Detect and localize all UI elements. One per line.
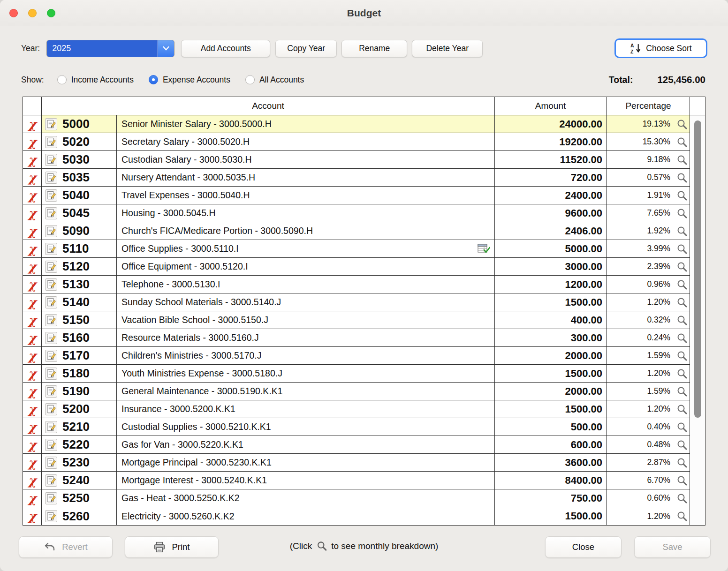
- amount-cell[interactable]: 600.00: [495, 436, 607, 453]
- edit-icon[interactable]: [45, 368, 57, 380]
- account-name-cell[interactable]: Mortgage Interest - 3000.5240.K.K1: [117, 472, 495, 489]
- account-name-cell[interactable]: Insurance - 3000.5200.K.K1: [117, 400, 495, 418]
- account-name-cell[interactable]: Resource Materials - 3000.5160.J: [117, 329, 495, 346]
- account-name-cell[interactable]: Nursery Attendant - 3000.5035.H: [117, 169, 495, 186]
- edit-icon[interactable]: [45, 136, 57, 148]
- delete-cell[interactable]: χ: [23, 311, 42, 329]
- amount-cell[interactable]: 3000.00: [495, 258, 607, 275]
- delete-x-icon[interactable]: χ: [28, 510, 36, 522]
- amount-cell[interactable]: 24000.00: [495, 115, 607, 133]
- magnifier-icon[interactable]: [676, 332, 688, 344]
- delete-x-icon[interactable]: χ: [28, 243, 36, 255]
- account-name-cell[interactable]: Electricity - 3000.5260.K.K2: [117, 507, 495, 525]
- radio-expense-accounts[interactable]: Expense Accounts: [149, 75, 230, 85]
- account-name-cell[interactable]: Secretary Salary - 3000.5020.H: [117, 133, 495, 150]
- scrollbar-thumb[interactable]: [694, 120, 701, 418]
- delete-cell[interactable]: χ: [23, 187, 42, 204]
- delete-x-icon[interactable]: χ: [28, 278, 36, 291]
- account-name-cell[interactable]: Custodial Supplies - 3000.5210.K.K1: [117, 418, 495, 436]
- year-select[interactable]: 2025: [46, 40, 174, 57]
- delete-cell[interactable]: χ: [23, 258, 42, 275]
- edit-icon[interactable]: [45, 439, 57, 451]
- magnifier-icon[interactable]: [676, 493, 688, 504]
- edit-icon[interactable]: [45, 492, 57, 504]
- magnifier-icon[interactable]: [676, 315, 688, 326]
- account-name-cell[interactable]: Telephone - 3000.5130.I: [117, 276, 495, 293]
- delete-cell[interactable]: χ: [23, 489, 42, 507]
- amount-cell[interactable]: 1500.00: [495, 293, 607, 311]
- chevron-down-icon[interactable]: [158, 40, 174, 57]
- delete-x-icon[interactable]: χ: [28, 261, 36, 273]
- choose-sort-button[interactable]: A Z Choose Sort: [614, 38, 707, 58]
- edit-icon[interactable]: [45, 261, 57, 273]
- delete-cell[interactable]: χ: [23, 276, 42, 293]
- delete-x-icon[interactable]: χ: [28, 421, 36, 433]
- revert-button[interactable]: Revert: [19, 536, 113, 558]
- delete-cell[interactable]: χ: [23, 204, 42, 222]
- account-name-cell[interactable]: Mortgage Principal - 3000.5230.K.K1: [117, 454, 495, 471]
- amount-cell[interactable]: 2406.00: [495, 222, 607, 240]
- magnifier-icon[interactable]: [676, 297, 688, 308]
- account-name-cell[interactable]: Gas for Van - 3000.5220.K.K1: [117, 436, 495, 453]
- delete-x-icon[interactable]: χ: [28, 439, 36, 451]
- account-name-cell[interactable]: Housing - 3000.5045.H: [117, 204, 495, 222]
- magnifier-icon[interactable]: [676, 208, 688, 219]
- account-name-cell[interactable]: Custodian Salary - 3000.5030.H: [117, 151, 495, 168]
- copy-year-button[interactable]: Copy Year: [275, 40, 337, 57]
- delete-x-icon[interactable]: χ: [28, 492, 36, 504]
- magnifier-icon[interactable]: [676, 511, 688, 522]
- delete-x-icon[interactable]: χ: [28, 457, 36, 469]
- print-button[interactable]: Print: [125, 536, 219, 558]
- magnifier-icon[interactable]: [676, 190, 688, 201]
- rename-button[interactable]: Rename: [341, 40, 407, 57]
- delete-cell[interactable]: χ: [23, 472, 42, 489]
- edit-icon[interactable]: [45, 296, 57, 308]
- delete-cell[interactable]: χ: [23, 507, 42, 525]
- amount-cell[interactable]: 9600.00: [495, 204, 607, 222]
- edit-icon[interactable]: [45, 332, 57, 344]
- amount-cell[interactable]: 1500.00: [495, 365, 607, 382]
- delete-cell[interactable]: χ: [23, 240, 42, 257]
- account-name-cell[interactable]: Senior Minister Salary - 3000.5000.H: [117, 115, 495, 133]
- edit-icon[interactable]: [45, 172, 57, 184]
- delete-cell[interactable]: χ: [23, 133, 42, 150]
- account-name-cell[interactable]: Office Equipment - 3000.5120.I: [117, 258, 495, 275]
- delete-x-icon[interactable]: χ: [28, 207, 36, 219]
- delete-cell[interactable]: χ: [23, 115, 42, 133]
- scrollbar[interactable]: [690, 97, 705, 525]
- edit-icon[interactable]: [45, 243, 57, 255]
- account-name-cell[interactable]: Gas - Heat - 3000.5250.K.K2: [117, 489, 495, 507]
- edit-icon[interactable]: [45, 278, 57, 291]
- account-name-cell[interactable]: Travel Expenses - 3000.5040.H: [117, 187, 495, 204]
- amount-cell[interactable]: 8400.00: [495, 472, 607, 489]
- amount-cell[interactable]: 5000.00: [495, 240, 607, 257]
- minimize-window-button[interactable]: [28, 9, 37, 17]
- amount-cell[interactable]: 500.00: [495, 418, 607, 436]
- amount-cell[interactable]: 19200.00: [495, 133, 607, 150]
- account-name-cell[interactable]: Church's FICA/Medicare Portion - 3000.50…: [117, 222, 495, 240]
- add-accounts-button[interactable]: Add Accounts: [181, 40, 270, 57]
- edit-icon[interactable]: [45, 457, 57, 469]
- account-name-cell[interactable]: Children's Ministries - 3000.5170.J: [117, 347, 495, 364]
- account-name-cell[interactable]: Office Supplies - 3000.5110.I: [117, 240, 495, 257]
- magnifier-icon[interactable]: [676, 243, 688, 255]
- amount-cell[interactable]: 1500.00: [495, 400, 607, 418]
- delete-cell[interactable]: χ: [23, 365, 42, 382]
- delete-cell[interactable]: χ: [23, 436, 42, 453]
- delete-cell[interactable]: χ: [23, 400, 42, 418]
- edit-icon[interactable]: [45, 118, 57, 130]
- account-name-cell[interactable]: General Maintenance - 3000.5190.K.K1: [117, 383, 495, 400]
- magnifier-icon[interactable]: [676, 404, 688, 415]
- edit-icon[interactable]: [45, 154, 57, 166]
- magnifier-icon[interactable]: [676, 368, 688, 379]
- radio-income-accounts[interactable]: Income Accounts: [57, 75, 134, 85]
- spreadsheet-icon[interactable]: [478, 243, 490, 254]
- delete-x-icon[interactable]: χ: [28, 154, 36, 166]
- edit-icon[interactable]: [45, 225, 57, 237]
- delete-cell[interactable]: χ: [23, 329, 42, 346]
- radio-all-accounts[interactable]: All Accounts: [245, 75, 304, 85]
- delete-cell[interactable]: χ: [23, 383, 42, 400]
- magnifier-icon[interactable]: [676, 421, 688, 433]
- delete-x-icon[interactable]: χ: [28, 385, 36, 398]
- edit-icon[interactable]: [45, 314, 57, 326]
